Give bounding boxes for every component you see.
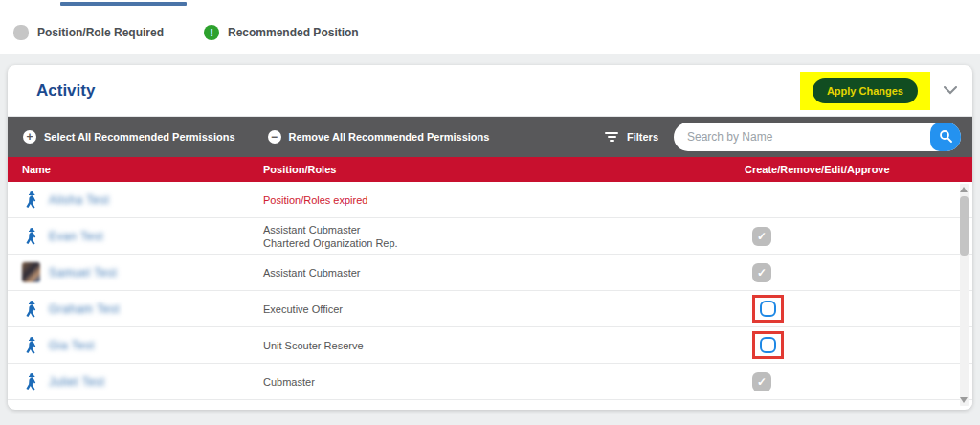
position-text: Unit Scouter Reserve xyxy=(263,339,745,352)
permission-cell: ✓ xyxy=(745,263,972,282)
position-text: Executive Officer xyxy=(263,302,745,316)
table-row: Alisha Test Position/Roles expired xyxy=(8,182,972,218)
column-header-positions: Position/Roles xyxy=(263,164,745,175)
apply-changes-highlight: Apply Changes xyxy=(800,72,930,110)
permission-checkbox-empty[interactable] xyxy=(760,301,776,317)
name-cell: Gia Test xyxy=(8,335,263,355)
search-button[interactable] xyxy=(930,123,961,151)
activity-panel: Activity Apply Changes + Select All Reco… xyxy=(8,65,972,410)
scrollbar-thumb[interactable] xyxy=(960,196,969,256)
table-row: Evan Test Assistant Cubmaster Chartered … xyxy=(8,218,972,255)
position-text: Cubmaster xyxy=(263,375,745,389)
legend-label-required: Position/Role Required xyxy=(37,26,164,39)
table-row: Graham Test Executive Officer xyxy=(8,291,972,327)
legend-item-required: Position/Role Required xyxy=(13,25,164,40)
position-text: Chartered Organization Rep. xyxy=(263,236,745,250)
permission-checkbox-checked-disabled: ✓ xyxy=(752,227,771,246)
legend-item-recommended: ! Recommended Position xyxy=(204,25,359,40)
permission-checkbox-empty[interactable] xyxy=(760,337,776,353)
remove-all-recommended-button[interactable]: − Remove All Recommended Permissions xyxy=(268,130,490,144)
scout-avatar-icon xyxy=(22,190,40,210)
legend-label-recommended: Recommended Position xyxy=(228,26,359,39)
name-cell: Evan Test xyxy=(8,226,263,246)
positions-cell: Position/Roles expired xyxy=(263,193,745,207)
recommended-position-icon: ! xyxy=(204,25,219,40)
legend: Position/Role Required ! Recommended Pos… xyxy=(13,25,359,40)
checkbox-red-highlight-annotation xyxy=(752,295,784,323)
position-role-required-icon xyxy=(13,25,29,40)
table-body: Alisha Test Position/Roles expired Evan … xyxy=(8,182,972,409)
permission-cell xyxy=(745,295,972,323)
member-name-link[interactable]: Samuel Test xyxy=(49,266,117,280)
page: Position/Role Required ! Recommended Pos… xyxy=(0,0,980,425)
position-text: Assistant Cubmaster xyxy=(263,223,745,236)
permission-cell: ✓ xyxy=(745,372,972,391)
member-name-link[interactable]: Gia Test xyxy=(49,339,95,352)
scroll-down-arrow-icon[interactable] xyxy=(960,397,968,403)
scout-avatar-icon xyxy=(22,335,40,355)
permission-checkbox-checked-disabled: ✓ xyxy=(752,263,771,282)
top-header-band: Position/Role Required ! Recommended Pos… xyxy=(0,0,980,54)
active-tab-indicator[interactable] xyxy=(60,2,187,6)
table-row: Juliet Test Cubmaster ✓ xyxy=(8,364,972,400)
select-all-label: Select All Recommended Permissions xyxy=(44,131,235,143)
filters-label: Filters xyxy=(627,131,658,143)
apply-changes-button[interactable]: Apply Changes xyxy=(813,78,918,103)
scroll-up-arrow-icon[interactable] xyxy=(960,187,968,192)
positions-cell: Assistant Cubmaster xyxy=(263,266,745,280)
positions-cell: Assistant Cubmaster Chartered Organizati… xyxy=(263,223,745,250)
positions-cell: Cubmaster xyxy=(263,375,745,389)
search-box xyxy=(674,123,961,151)
member-name-link[interactable]: Juliet Test xyxy=(49,375,105,389)
position-text: Assistant Cubmaster xyxy=(263,266,745,280)
collapse-chevron-icon[interactable] xyxy=(938,86,963,95)
minus-circle-icon: − xyxy=(268,130,281,144)
table-row: Samuel Test Assistant Cubmaster ✓ xyxy=(8,255,972,291)
member-name-link[interactable]: Alisha Test xyxy=(49,193,109,207)
column-header-permissions: Create/Remove/Edit/Approve xyxy=(745,164,972,175)
scout-avatar-icon xyxy=(22,226,40,246)
member-name-link[interactable]: Graham Test xyxy=(49,302,120,316)
scout-avatar-icon xyxy=(22,371,40,391)
positions-cell: Executive Officer xyxy=(263,302,745,316)
select-all-recommended-button[interactable]: + Select All Recommended Permissions xyxy=(23,130,235,144)
table-row: Gia Test Unit Scouter Reserve xyxy=(8,327,972,364)
checkbox-red-highlight-annotation xyxy=(752,331,784,359)
table-toolbar: + Select All Recommended Permissions − R… xyxy=(8,117,972,157)
table-header-row: Name Position/Roles Create/Remove/Edit/A… xyxy=(8,157,972,182)
name-cell: Samuel Test xyxy=(8,262,263,282)
toolbar-left: + Select All Recommended Permissions − R… xyxy=(23,130,489,144)
search-icon xyxy=(939,129,952,145)
plus-circle-icon: + xyxy=(23,130,36,144)
permission-cell: ✓ xyxy=(745,227,972,246)
positions-cell: Unit Scouter Reserve xyxy=(263,339,745,352)
toolbar-right: Filters xyxy=(605,123,961,151)
name-cell: Juliet Test xyxy=(8,371,263,391)
member-photo-avatar xyxy=(22,262,40,282)
position-expired-text: Position/Roles expired xyxy=(263,193,745,207)
permission-cell xyxy=(745,331,972,359)
name-cell: Graham Test xyxy=(8,299,263,319)
member-name-link[interactable]: Evan Test xyxy=(49,230,103,243)
panel-title: Activity xyxy=(36,81,95,101)
column-header-name: Name xyxy=(8,164,263,175)
name-cell: Alisha Test xyxy=(8,190,263,210)
permission-checkbox-checked-disabled: ✓ xyxy=(752,372,771,391)
filters-button[interactable]: Filters xyxy=(605,131,658,143)
panel-actions: Apply Changes xyxy=(800,72,963,110)
scout-avatar-icon xyxy=(22,299,40,319)
vertical-scrollbar[interactable] xyxy=(960,184,969,406)
filter-icon xyxy=(605,132,619,142)
search-input[interactable] xyxy=(674,123,961,151)
panel-header: Activity Apply Changes xyxy=(8,65,972,117)
remove-all-label: Remove All Recommended Permissions xyxy=(289,131,490,143)
